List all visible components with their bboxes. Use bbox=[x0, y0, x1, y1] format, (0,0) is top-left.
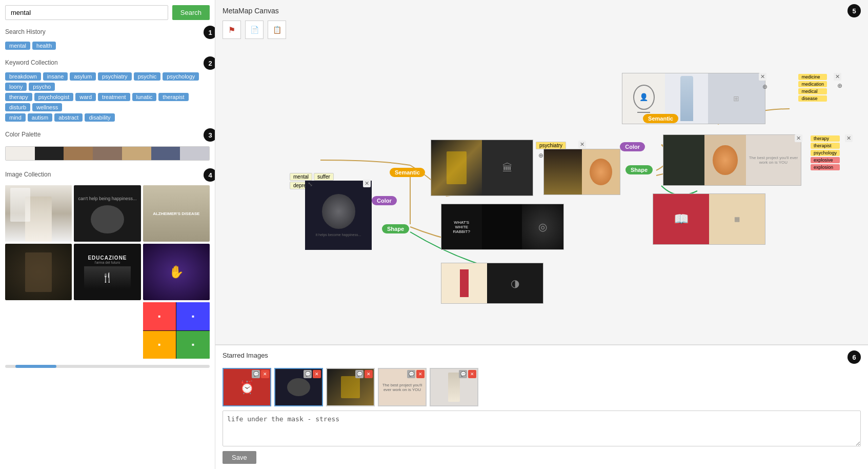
swatch-5[interactable] bbox=[122, 147, 151, 160]
starred-5-del[interactable]: ✕ bbox=[468, 370, 476, 378]
keyword-tags-row3: mind autism abstract disability bbox=[5, 113, 210, 122]
starred-thumb-1[interactable]: ⏰ 💬 ✕ bbox=[223, 368, 271, 406]
tag-mental[interactable]: mental bbox=[5, 42, 30, 50]
image-3[interactable]: ALZHEIMER'S DISEASE bbox=[143, 185, 210, 242]
image-2[interactable]: can't help being happiness... bbox=[74, 185, 140, 242]
swatch-3[interactable] bbox=[64, 147, 93, 160]
search-input[interactable] bbox=[5, 5, 168, 20]
scroll-bar[interactable] bbox=[5, 365, 210, 368]
starred-1-chat[interactable]: 💬 bbox=[252, 370, 260, 378]
icon-box-3[interactable]: 📋 bbox=[268, 21, 286, 39]
kw-psycho[interactable]: psycho bbox=[29, 83, 55, 91]
kw-abstract[interactable]: abstract bbox=[54, 113, 83, 122]
kw-wellness[interactable]: wellness bbox=[32, 103, 62, 111]
image-4[interactable] bbox=[5, 244, 72, 300]
starred-thumb-5[interactable]: 💬 ✕ bbox=[430, 368, 478, 406]
close-keywords-mid[interactable]: ✕ bbox=[845, 134, 853, 142]
starred-thumb-4[interactable]: The best project you'll ever work on is … bbox=[378, 368, 427, 406]
starred-4-chat[interactable]: 💬 bbox=[407, 370, 415, 378]
semantic-label-2[interactable]: Semantic bbox=[643, 114, 678, 123]
kw-psychology2[interactable]: psychology bbox=[811, 150, 840, 156]
image-grid: can't help being happiness... ALZHEIMER'… bbox=[5, 185, 210, 359]
kw-psychiatry[interactable]: psychiatry bbox=[98, 72, 132, 81]
swatch-7[interactable] bbox=[180, 147, 209, 160]
psychiatry-tag[interactable]: psychiatry bbox=[536, 141, 566, 149]
kw-therapist[interactable]: therapist bbox=[811, 143, 840, 149]
tag-mental[interactable]: mental bbox=[290, 173, 312, 181]
kw-disability[interactable]: disability bbox=[85, 113, 114, 122]
kw-disturb[interactable]: disturb bbox=[5, 103, 30, 111]
mid-image-group[interactable]: WHAT'SWHITERABBIT? ◎ bbox=[441, 204, 564, 250]
image-5[interactable]: EDUCAZIONE l'arma del futuro 🍴 bbox=[74, 244, 140, 300]
zoom-top-right[interactable]: ⊕ bbox=[762, 83, 768, 90]
kw-psychic[interactable]: psychic bbox=[134, 72, 161, 81]
shape-label-1[interactable]: Shape bbox=[382, 224, 409, 233]
close-left[interactable]: ✕ bbox=[578, 141, 586, 148]
kw-therapist[interactable]: therapist bbox=[158, 93, 188, 101]
starred-title: Starred Images bbox=[223, 351, 268, 359]
tag-health[interactable]: health bbox=[32, 42, 56, 50]
swatch-4[interactable] bbox=[93, 147, 122, 160]
close-keywords-top[interactable]: ✕ bbox=[834, 73, 841, 81]
starred-1-del[interactable]: ✕ bbox=[261, 370, 269, 378]
starred-thumb-3[interactable]: 💬 ✕ bbox=[326, 368, 375, 406]
kw-treatment[interactable]: treatment bbox=[98, 93, 130, 101]
kw-insane[interactable]: insane bbox=[43, 72, 68, 81]
zoom-keywords-top[interactable]: ⊕ bbox=[837, 82, 842, 89]
right-bottom-image-group[interactable]: 📖 ▦ bbox=[653, 193, 765, 245]
zoom-center[interactable]: ⤡ bbox=[308, 181, 313, 188]
note-textarea[interactable]: life under the mask - stress bbox=[223, 411, 861, 446]
kw-breakdown[interactable]: breakdown bbox=[5, 72, 41, 81]
starred-3-del[interactable]: ✕ bbox=[365, 370, 373, 378]
starred-thumb-2[interactable]: 💬 ✕ bbox=[274, 368, 323, 406]
kw-asylum[interactable]: asylum bbox=[70, 72, 96, 81]
swatch-6[interactable] bbox=[151, 147, 180, 160]
semantic-label-1[interactable]: Semantic bbox=[390, 168, 425, 177]
kw-medicine[interactable]: medicine bbox=[798, 74, 827, 80]
kw-autism[interactable]: autism bbox=[28, 113, 52, 122]
left-image-group[interactable]: 🏛 bbox=[431, 140, 533, 196]
center-image[interactable]: it helps become happiness... bbox=[305, 181, 372, 250]
color-label-2[interactable]: Color bbox=[620, 142, 645, 151]
kw-explosion[interactable]: explosion bbox=[811, 164, 840, 170]
shape-label-2[interactable]: Shape bbox=[625, 165, 653, 174]
swatch-1[interactable] bbox=[6, 147, 35, 160]
save-button[interactable]: Save bbox=[223, 451, 256, 464]
kw-ward[interactable]: ward bbox=[75, 93, 96, 101]
kw-medical[interactable]: medical bbox=[798, 88, 827, 94]
search-button[interactable]: Search bbox=[172, 5, 210, 20]
search-history-section: Search History 1 bbox=[5, 26, 210, 38]
swatch-2[interactable] bbox=[35, 147, 64, 160]
kw-therapy[interactable]: therapy bbox=[5, 93, 32, 101]
kw-medication[interactable]: medication bbox=[798, 81, 827, 87]
close-right-mid[interactable]: ✕ bbox=[795, 134, 802, 142]
color-label-1[interactable]: Color bbox=[372, 196, 397, 205]
starred-1-icons: 💬 ✕ bbox=[252, 370, 269, 378]
scroll-thumb[interactable] bbox=[15, 365, 56, 368]
kw-explosive[interactable]: explosive bbox=[811, 157, 840, 163]
kw-psychology[interactable]: psychology bbox=[163, 72, 199, 81]
close-top-right[interactable]: ✕ bbox=[759, 73, 766, 81]
bottom-image-group[interactable]: ◑ bbox=[441, 263, 543, 304]
kw-lunatic[interactable]: lunatic bbox=[132, 93, 157, 101]
right-mid-image-group[interactable]: The best project you'll ever work on is … bbox=[663, 134, 801, 186]
kw-disease[interactable]: disease bbox=[798, 95, 827, 102]
image-6[interactable]: ✋ bbox=[143, 244, 210, 300]
close-center[interactable]: ✕ bbox=[363, 180, 371, 187]
kw-therapy2[interactable]: therapy bbox=[811, 135, 840, 142]
image-7[interactable]: ■ ■ ■ ■ bbox=[143, 302, 210, 359]
kw-loony[interactable]: loony bbox=[5, 83, 27, 91]
starred-3-chat[interactable]: 💬 bbox=[355, 370, 364, 378]
starred-4-del[interactable]: ✕ bbox=[416, 370, 425, 378]
starred-5-chat[interactable]: 💬 bbox=[459, 370, 467, 378]
kw-psychologist[interactable]: psychologist bbox=[34, 93, 74, 101]
kw-mind[interactable]: mind bbox=[5, 113, 26, 122]
icon-box-1[interactable]: ⚑ bbox=[223, 21, 241, 39]
zoom-left[interactable]: ⊕ bbox=[538, 152, 543, 159]
image-1[interactable] bbox=[5, 185, 72, 242]
starred-2-del[interactable]: ✕ bbox=[313, 370, 321, 378]
right-image-group-1[interactable] bbox=[543, 149, 620, 195]
tag-suffer[interactable]: suffer bbox=[314, 173, 334, 181]
icon-box-2[interactable]: 📄 bbox=[245, 21, 264, 39]
starred-2-chat[interactable]: 💬 bbox=[304, 370, 312, 378]
